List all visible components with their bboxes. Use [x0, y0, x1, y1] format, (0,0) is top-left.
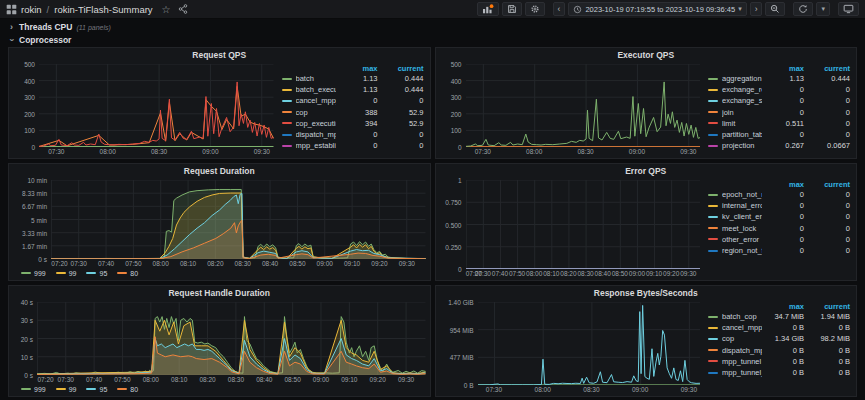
series-label[interactable]: epoch_not_match: [722, 190, 762, 199]
legend-item[interactable]: 99: [56, 386, 77, 393]
save-dashboard-button[interactable]: [502, 2, 522, 16]
panel-title[interactable]: Executor QPS: [436, 48, 857, 61]
legend-sort-current[interactable]: current: [804, 302, 850, 311]
dashboard-settings-button[interactable]: [525, 2, 545, 16]
row-header-threads-cpu[interactable]: › Threads CPU (11 panels): [8, 21, 857, 33]
series-color-swatch[interactable]: [282, 122, 292, 124]
series-label[interactable]: batch: [296, 74, 336, 83]
series-color-swatch[interactable]: [708, 327, 718, 329]
series-label[interactable]: exchange_receiver: [722, 85, 762, 94]
refresh-button[interactable]: [793, 2, 813, 16]
legend-item[interactable]: 80: [117, 270, 138, 277]
legend-item[interactable]: 95: [86, 270, 107, 277]
clock-icon: [573, 5, 582, 14]
refresh-interval-dropdown[interactable]: ▾: [816, 2, 830, 16]
panel-title[interactable]: Request QPS: [9, 48, 430, 61]
x-tick-label: 08:20: [207, 260, 223, 267]
series-label[interactable]: cop_executing: [296, 119, 336, 128]
series-label[interactable]: aggregation: [722, 74, 762, 83]
breadcrumb-folder[interactable]: rokin: [21, 4, 42, 15]
legend-sort-current[interactable]: current: [804, 64, 850, 73]
series-color-swatch[interactable]: [282, 111, 292, 113]
series-label[interactable]: exchange_sender: [722, 96, 762, 105]
series-label[interactable]: cancel_mpp_task: [722, 323, 762, 332]
series-label[interactable]: projection: [722, 141, 762, 150]
series-label[interactable]: join: [722, 108, 762, 117]
series-label[interactable]: meet_lock: [722, 224, 762, 233]
series-label[interactable]: internal_error: [722, 201, 762, 210]
panel-title[interactable]: Error QPS: [436, 164, 857, 177]
series-label[interactable]: partition_table_scan: [722, 130, 762, 139]
series-color-swatch[interactable]: [708, 89, 718, 91]
series-color-swatch[interactable]: [708, 349, 718, 351]
series-label[interactable]: kv_client_error: [722, 212, 762, 221]
time-back-button[interactable]: ‹: [553, 2, 566, 16]
series-color-swatch[interactable]: [708, 216, 718, 218]
series-color-swatch[interactable]: [708, 372, 718, 374]
series-color-swatch[interactable]: [708, 78, 718, 80]
series-color-swatch[interactable]: [708, 100, 718, 102]
dashboards-grid-icon[interactable]: [6, 4, 17, 15]
row-header-coprocessor[interactable]: › Coprocessor: [8, 34, 857, 46]
series-color-swatch[interactable]: [708, 205, 718, 207]
share-icon[interactable]: [178, 4, 188, 14]
y-axis: 0100200300400500: [13, 64, 39, 147]
plot-area[interactable]: [466, 180, 701, 269]
series-label[interactable]: cancel_mpp_task: [296, 96, 336, 105]
series-label[interactable]: batch_executing: [296, 85, 336, 94]
legend-item[interactable]: 999: [21, 270, 46, 277]
plot-area[interactable]: [39, 64, 274, 147]
series-color-swatch[interactable]: [282, 78, 292, 80]
series-label[interactable]: cop: [722, 334, 762, 343]
series-color-swatch[interactable]: [708, 238, 718, 240]
panel-title[interactable]: Request Duration: [9, 164, 430, 177]
series-label[interactable]: mpp_tunnel_local: [722, 368, 762, 377]
series-color-swatch[interactable]: [708, 194, 718, 196]
series-label[interactable]: batch_cop: [722, 312, 762, 321]
plot-area[interactable]: [51, 180, 426, 259]
series-color-swatch[interactable]: [708, 122, 718, 124]
series-color-swatch[interactable]: [282, 134, 292, 136]
legend-sort-max[interactable]: max: [762, 302, 804, 311]
legend-sort-current[interactable]: current: [804, 180, 850, 189]
cycle-view-mode-button[interactable]: [838, 2, 859, 16]
series-color-swatch[interactable]: [708, 111, 718, 113]
series-label[interactable]: limit: [722, 119, 762, 128]
legend-sort-max[interactable]: max: [762, 180, 804, 189]
time-range-picker[interactable]: 2023-10-19 07:19:55 to 2023-10-19 09:36:…: [568, 2, 746, 16]
series-label[interactable]: dispatch_mpp_task: [296, 130, 336, 139]
legend-item[interactable]: 80: [117, 386, 138, 393]
panel-title[interactable]: Response Bytes/Seconds: [436, 286, 857, 299]
series-color-swatch[interactable]: [708, 360, 718, 362]
series-color-swatch[interactable]: [708, 250, 718, 252]
legend-sort-max[interactable]: max: [762, 64, 804, 73]
plot-area[interactable]: [478, 302, 701, 385]
series-label[interactable]: dispatch_mpp_task: [722, 346, 762, 355]
series-label[interactable]: other_error: [722, 235, 762, 244]
series-color-swatch[interactable]: [708, 338, 718, 340]
legend-item[interactable]: 95: [86, 386, 107, 393]
series-color-swatch[interactable]: [708, 316, 718, 318]
series-color-swatch[interactable]: [708, 145, 718, 147]
panel-title[interactable]: Request Handle Duration: [9, 286, 430, 299]
star-icon[interactable]: ☆: [162, 4, 171, 15]
series-label[interactable]: cop: [296, 108, 336, 117]
time-forward-button[interactable]: ›: [750, 2, 763, 16]
series-label[interactable]: region_not_found: [722, 246, 762, 255]
series-label[interactable]: mpp_tunnel: [722, 357, 762, 366]
series-color-swatch[interactable]: [708, 227, 718, 229]
series-color-swatch[interactable]: [282, 89, 292, 91]
plot-area[interactable]: [466, 64, 701, 147]
zoom-out-time-button[interactable]: [765, 2, 785, 16]
series-color-swatch[interactable]: [708, 134, 718, 136]
series-label[interactable]: mpp_establish_conn: [296, 141, 336, 150]
legend-item[interactable]: 99: [56, 270, 77, 277]
series-color-swatch[interactable]: [282, 145, 292, 147]
legend-sort-max[interactable]: max: [336, 64, 378, 73]
plot-area[interactable]: [37, 302, 426, 375]
series-color-swatch[interactable]: [282, 100, 292, 102]
legend-item[interactable]: 999: [21, 386, 46, 393]
legend-sort-current[interactable]: current: [378, 64, 424, 73]
add-panel-button[interactable]: [477, 2, 499, 16]
breadcrumb-dashboard[interactable]: rokin-TiFlash-Summary: [54, 4, 152, 15]
